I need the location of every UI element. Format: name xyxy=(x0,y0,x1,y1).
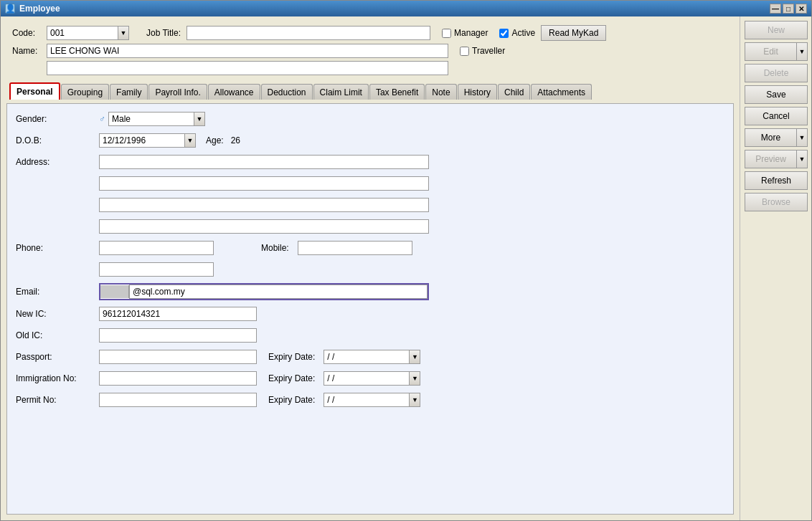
passport-input[interactable] xyxy=(99,350,257,364)
tab-claim-limit[interactable]: Claim Limit xyxy=(313,84,369,100)
tab-child[interactable]: Child xyxy=(498,84,530,100)
preview-dropdown-arrow[interactable]: ▼ xyxy=(796,150,808,168)
titlebar-controls: — □ ✕ xyxy=(770,4,807,14)
preview-button-group: Preview ▼ xyxy=(745,150,808,168)
new-ic-label: New IC: xyxy=(16,309,95,319)
dob-input[interactable] xyxy=(99,133,185,148)
traveller-group: Traveller xyxy=(460,46,505,56)
immigration-expiry-dropdown[interactable]: ▼ xyxy=(409,371,420,386)
address-line1-input[interactable] xyxy=(99,155,429,169)
permit-expiry-label: Expiry Date: xyxy=(268,395,315,405)
edit-button[interactable]: Edit xyxy=(745,42,796,61)
save-button[interactable]: Save xyxy=(745,85,808,104)
tab-tax-benefit[interactable]: Tax Benefit xyxy=(369,84,425,100)
permit-label: Permit No: xyxy=(16,395,95,405)
close-button[interactable]: ✕ xyxy=(796,4,807,14)
passport-expiry-input[interactable] xyxy=(324,350,410,364)
employee-window: 👤 Employee — □ ✕ Code: ▼ Job Title: xyxy=(0,0,812,521)
cancel-button[interactable]: Cancel xyxy=(745,107,808,125)
passport-expiry-group: ▼ xyxy=(324,350,420,364)
email-suffix-input[interactable] xyxy=(129,285,428,299)
immigration-input[interactable] xyxy=(99,371,257,386)
gender-row: Gender: ♂ ▼ xyxy=(16,111,724,127)
jobtitle-label: Job Title: xyxy=(146,28,181,38)
new-ic-input[interactable] xyxy=(99,307,257,321)
browse-button[interactable]: Browse xyxy=(745,193,808,211)
passport-expiry-dropdown[interactable]: ▼ xyxy=(409,350,420,364)
manager-checkbox[interactable] xyxy=(442,29,451,38)
jobtitle-input[interactable] xyxy=(187,26,430,40)
old-ic-label: Old IC: xyxy=(16,330,95,340)
code-field-group: ▼ xyxy=(47,26,129,40)
dob-dropdown-arrow[interactable]: ▼ xyxy=(184,133,196,148)
active-group: Active xyxy=(499,28,535,38)
tab-personal[interactable]: Personal xyxy=(9,82,60,100)
code-input[interactable] xyxy=(47,26,118,40)
name-input2[interactable] xyxy=(47,61,448,75)
tab-deduction[interactable]: Deduction xyxy=(261,84,313,100)
old-ic-row: Old IC: xyxy=(16,328,724,343)
manager-label: Manager xyxy=(454,28,488,38)
address-line2-input[interactable] xyxy=(99,176,429,191)
app-icon: 👤 xyxy=(5,4,15,14)
form-area: Code: ▼ Job Title: Manager Active xyxy=(1,16,740,520)
new-ic-row: New IC: xyxy=(16,306,724,322)
more-dropdown-arrow[interactable]: ▼ xyxy=(796,128,808,147)
permit-row: Permit No: Expiry Date: ▼ xyxy=(16,392,724,408)
immigration-label: Immigration No: xyxy=(16,373,95,383)
address-line3-input[interactable] xyxy=(99,198,429,212)
tab-note[interactable]: Note xyxy=(425,84,456,100)
refresh-button[interactable]: Refresh xyxy=(745,171,808,190)
mobile-input[interactable] xyxy=(298,241,412,255)
more-button[interactable]: More xyxy=(745,128,796,147)
sidebar: New Edit ▼ Delete Save Cancel More ▼ Pre… xyxy=(740,16,811,520)
name-label: Name: xyxy=(12,46,41,56)
address-label: Address: xyxy=(16,157,95,167)
edit-dropdown-arrow[interactable]: ▼ xyxy=(796,42,808,61)
personal-form: Gender: ♂ ▼ D.O.B: ▼ xyxy=(16,111,724,408)
gender-dropdown-arrow[interactable]: ▼ xyxy=(194,112,205,126)
read-mykad-button[interactable]: Read MyKad xyxy=(541,25,606,41)
name-input[interactable] xyxy=(47,44,448,58)
mobile-label: Mobile: xyxy=(261,243,289,253)
maximize-button[interactable]: □ xyxy=(783,4,794,14)
immigration-row: Immigration No: Expiry Date: ▼ xyxy=(16,371,724,386)
phone2-input[interactable] xyxy=(99,262,214,277)
code-dropdown-arrow[interactable]: ▼ xyxy=(118,26,129,40)
address-row2 xyxy=(16,176,724,191)
tab-family[interactable]: Family xyxy=(110,84,148,100)
active-checkbox[interactable] xyxy=(499,29,509,38)
phone-row: Phone: Mobile: xyxy=(16,240,724,256)
permit-expiry-dropdown[interactable]: ▼ xyxy=(409,393,420,407)
new-button[interactable]: New xyxy=(745,21,808,39)
tabs-container: Personal Grouping Family Payroll Info. A… xyxy=(6,82,734,100)
email-prefix xyxy=(100,285,129,298)
permit-expiry-input[interactable] xyxy=(324,393,410,407)
code-row: Code: ▼ Job Title: Manager Active xyxy=(12,25,728,41)
tab-grouping[interactable]: Grouping xyxy=(61,84,109,100)
address-line4-input[interactable] xyxy=(99,219,429,234)
code-label: Code: xyxy=(12,28,41,38)
traveller-label: Traveller xyxy=(472,46,505,56)
phone-input[interactable] xyxy=(99,241,214,255)
tab-history[interactable]: History xyxy=(458,84,497,100)
tab-payroll-info[interactable]: Payroll Info. xyxy=(148,84,207,100)
address-row1: Address: xyxy=(16,154,724,170)
titlebar: 👤 Employee — □ ✕ xyxy=(1,1,811,16)
tab-panel-personal: Gender: ♂ ▼ D.O.B: ▼ xyxy=(6,103,734,515)
preview-button[interactable]: Preview xyxy=(745,150,796,168)
gender-input[interactable] xyxy=(108,112,194,126)
tab-allowance[interactable]: Allowance xyxy=(208,84,260,100)
tab-attachments[interactable]: Attachments xyxy=(531,84,592,100)
minimize-button[interactable]: — xyxy=(770,4,781,14)
old-ic-input[interactable] xyxy=(99,328,257,343)
delete-button[interactable]: Delete xyxy=(745,64,808,82)
permit-input[interactable] xyxy=(99,393,257,407)
phone-label: Phone: xyxy=(16,243,95,253)
address-row3 xyxy=(16,197,724,213)
gender-icon: ♂ xyxy=(99,114,105,124)
permit-expiry-group: ▼ xyxy=(324,393,420,407)
more-button-group: More ▼ xyxy=(745,128,808,147)
traveller-checkbox[interactable] xyxy=(460,47,469,56)
immigration-expiry-input[interactable] xyxy=(324,371,410,386)
